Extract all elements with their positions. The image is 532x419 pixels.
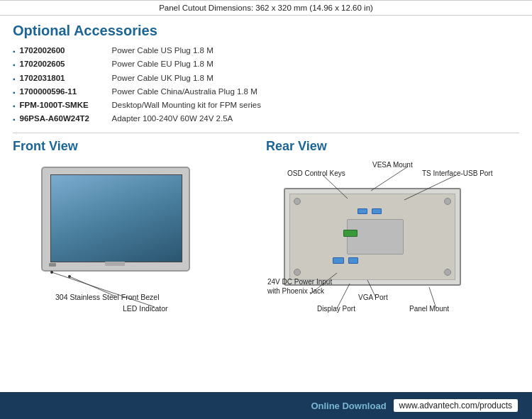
front-view-title: Front View (13, 139, 266, 154)
svg-point-1 (68, 275, 71, 278)
list-item: 1702002600 Power Cable US Plug 1.8 M (13, 45, 519, 57)
front-view-section: Front View (13, 139, 266, 315)
front-annotations-svg (13, 160, 247, 315)
ts-usb-label: TS Interface-USB Port (422, 169, 492, 177)
list-item: 1702002605 Power Cable EU Plug 1.8 M (13, 58, 519, 70)
bezel-label: 304 Stainless Steel Front Bezel (55, 293, 160, 301)
online-download-label: Online Download (311, 401, 386, 411)
top-bar: Panel Cutout Dimensions: 362 x 320 mm (1… (0, 0, 532, 16)
svg-point-3 (50, 271, 53, 274)
led-label: LED Indicator (123, 304, 168, 313)
accessories-title: Optional Accessories (13, 23, 519, 39)
svg-line-4 (371, 167, 408, 191)
rear-view-section: Rear View (266, 139, 519, 315)
accessories-list: 1702002600 Power Cable US Plug 1.8 M 170… (13, 45, 519, 125)
part-number: 1702031801 (20, 72, 112, 84)
part-desc: Power Cable US Plug 1.8 M (112, 45, 214, 57)
views-section: Front View (13, 139, 519, 315)
part-number: FPM-1000T-SMKE (20, 99, 112, 111)
part-desc: Desktop/Wall Mounting kit for FPM series (112, 99, 261, 111)
power-label: 24V DC Power Inputwith Phoenix Jack (267, 277, 332, 296)
part-desc: Power Cable UK Plug 1.8 M (112, 72, 214, 84)
part-desc: Power Cable EU Plug 1.8 M (112, 58, 214, 70)
panel-cutout-text: Panel Cutout Dimensions: 362 x 320 mm (1… (159, 4, 373, 12)
list-item: FPM-1000T-SMKE Desktop/Wall Mounting kit… (13, 99, 519, 111)
svg-line-6 (404, 175, 456, 200)
panel-mount-label: Panel Mount (409, 305, 449, 313)
vesa-label: VESA Mount (372, 161, 413, 169)
download-url[interactable]: www.advantech.com/products (394, 399, 518, 412)
divider (13, 133, 519, 133)
part-number: 1700000596-11 (20, 86, 112, 98)
list-item: 1702031801 Power Cable UK Plug 1.8 M (13, 72, 519, 84)
part-desc: Adapter 100-240V 60W 24V 2.5A (112, 113, 233, 125)
bottom-bar: Online Download www.advantech.com/produc… (0, 392, 532, 419)
rear-view-title: Rear View (266, 139, 519, 154)
list-item: 1700000596-11 Power Cable China/Australi… (13, 86, 519, 98)
part-number: 1702002600 (20, 45, 112, 57)
part-number: 96PSA-A60W24T2 (20, 113, 112, 125)
accessories-section: Optional Accessories 1702002600 Power Ca… (13, 23, 519, 125)
vga-label: VGA Port (358, 294, 388, 301)
svg-line-5 (323, 175, 348, 199)
part-number: 1702002605 (20, 58, 112, 70)
display-label: Display Port (317, 305, 355, 313)
svg-line-2 (52, 272, 155, 307)
main-content: Optional Accessories 1702002600 Power Ca… (0, 16, 532, 315)
osd-label: OSD Control Keys (287, 169, 345, 177)
list-item: 96PSA-A60W24T2 Adapter 100-240V 60W 24V … (13, 113, 519, 125)
part-desc: Power Cable China/Australia Plug 1.8 M (112, 86, 257, 98)
